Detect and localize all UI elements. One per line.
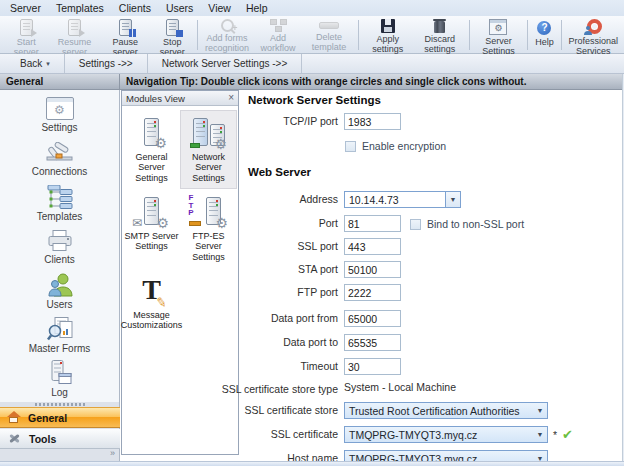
pause-server-icon bbox=[119, 19, 132, 36]
add-workflow-button: Add workflow bbox=[253, 17, 303, 53]
menu-templates[interactable]: Templates bbox=[56, 2, 104, 14]
breadcrumb-settings[interactable]: Settings ->> bbox=[65, 54, 148, 73]
ssl-port-input[interactable] bbox=[344, 238, 401, 255]
chevron-down-icon: ▼ bbox=[533, 403, 547, 418]
ssl-store-value: Trusted Root Certification Authorities bbox=[349, 405, 520, 417]
professional-services-button[interactable]: Professional Services bbox=[564, 17, 622, 53]
sidebar-item-clients[interactable]: Clients bbox=[0, 225, 119, 269]
ssl-certificate-label: SSL certificate bbox=[212, 428, 338, 440]
sidebar-footer: General Tools » bbox=[0, 402, 120, 461]
breadcrumb-label: Back bbox=[20, 58, 42, 69]
ssl-store-combobox[interactable]: Trusted Root Certification Authorities ▼ bbox=[344, 402, 548, 419]
toolbar-button-label: Add forms recognition bbox=[205, 34, 249, 54]
sidebar-item-connections[interactable]: Connections bbox=[0, 137, 119, 181]
master-forms-documents-magnifier-icon bbox=[46, 317, 74, 341]
address-value: 10.14.4.73 bbox=[349, 194, 399, 206]
breadcrumb: Back ▾ Settings ->> Network Server Setti… bbox=[0, 54, 624, 74]
menu-server[interactable]: Server bbox=[10, 2, 41, 14]
address-combobox[interactable]: 10.14.4.73 ▼ bbox=[344, 191, 461, 208]
nav-group-tools-button[interactable]: Tools bbox=[0, 429, 120, 449]
toolbar-button-label: Add workflow bbox=[257, 34, 299, 54]
sta-port-label: STA port bbox=[212, 263, 338, 275]
ssl-port-row: SSL port bbox=[240, 238, 622, 256]
sidebar-item-users[interactable]: Users bbox=[0, 269, 119, 313]
menu-help[interactable]: Help bbox=[246, 2, 268, 14]
nav-group-label: General bbox=[28, 412, 67, 424]
sidebar-item-label: Clients bbox=[44, 254, 75, 265]
sidebar-item-templates[interactable]: Templates bbox=[0, 181, 119, 225]
home-icon bbox=[7, 411, 21, 424]
modules-view-title: Modules View bbox=[126, 93, 185, 104]
module-message-customizations[interactable]: T ✎ Message Customizations bbox=[124, 269, 179, 336]
splitter-grip[interactable] bbox=[35, 403, 85, 406]
overflow-chevron-icon[interactable]: » bbox=[110, 449, 115, 458]
start-server-icon bbox=[20, 19, 33, 36]
tcpip-port-row: TCP/IP port bbox=[240, 113, 622, 131]
window-gear-icon: ⚙ bbox=[489, 19, 507, 35]
address-label: Address bbox=[212, 193, 338, 205]
sidebar-item-log[interactable]: Log bbox=[0, 357, 119, 401]
breadcrumb-back[interactable]: Back ▾ bbox=[6, 54, 65, 73]
close-icon[interactable]: × bbox=[228, 93, 234, 103]
stop-server-icon bbox=[166, 19, 179, 36]
module-smtp-server-settings[interactable]: ✉ ⚙ SMTP Server Settings bbox=[124, 190, 179, 267]
toolbar-button-label: Help bbox=[535, 38, 554, 48]
sidebar-item-settings[interactable]: ⚙ Settings bbox=[0, 93, 119, 137]
pause-server-button[interactable]: Pause server bbox=[100, 17, 150, 53]
menu-users[interactable]: Users bbox=[166, 2, 193, 14]
sidebar: ⚙ Settings Connections Templates bbox=[0, 90, 120, 402]
ssl-certificate-value: TMQPRG-TMYQT3.myq.cz bbox=[349, 429, 477, 441]
server-settings-button[interactable]: ⚙ Server Settings bbox=[472, 17, 524, 53]
pencil-icon: ✎ bbox=[155, 295, 168, 310]
stop-server-button[interactable]: Stop server bbox=[150, 17, 194, 53]
ssl-store-label: SSL certificate store bbox=[212, 404, 338, 416]
breadcrumb-label: Network Server Settings ->> bbox=[162, 58, 288, 69]
save-floppy-icon bbox=[381, 19, 395, 33]
enable-encryption-checkbox[interactable] bbox=[345, 141, 356, 152]
sidebar-item-label: Log bbox=[51, 387, 68, 398]
breadcrumb-network-server-settings[interactable]: Network Server Settings ->> bbox=[148, 54, 303, 73]
address-row: Address 10.14.4.73 ▼ bbox=[240, 191, 622, 209]
toolbar-button-label: Apply settings bbox=[366, 35, 410, 55]
port-input[interactable] bbox=[344, 215, 401, 232]
data-port-from-row: Data port from bbox=[240, 310, 622, 328]
data-port-from-input[interactable] bbox=[344, 310, 401, 327]
data-port-to-input[interactable] bbox=[344, 334, 401, 351]
sta-port-input[interactable] bbox=[344, 261, 401, 278]
ssl-store-type-label: SSL certificate store type bbox=[212, 383, 338, 395]
nav-group-general-button[interactable]: General bbox=[0, 407, 120, 428]
menu-clients[interactable]: Clients bbox=[119, 2, 151, 14]
sidebar-item-master-forms[interactable]: Master Forms bbox=[0, 313, 119, 357]
timeout-input[interactable] bbox=[344, 358, 401, 375]
toolbar-separator bbox=[527, 20, 528, 50]
port-label: Port bbox=[212, 217, 338, 229]
modules-view-titlebar: Modules View × bbox=[122, 91, 238, 106]
module-label: General Server Settings bbox=[124, 152, 179, 183]
tcpip-port-input[interactable] bbox=[344, 113, 401, 130]
resume-server-icon bbox=[68, 19, 81, 36]
sidebar-header-label: General bbox=[6, 76, 43, 87]
apply-settings-button[interactable]: Apply settings bbox=[362, 17, 414, 53]
section-title-network-server-settings: Network Server Settings bbox=[248, 94, 381, 106]
users-people-icon bbox=[47, 273, 73, 297]
menu-view[interactable]: View bbox=[208, 2, 231, 14]
toolbar-button-label: Discard settings bbox=[418, 35, 462, 55]
toolbar-separator bbox=[561, 20, 562, 50]
navigation-tip-text: Navigation Tip: Double click icons with … bbox=[126, 76, 526, 87]
add-workflow-icon bbox=[270, 19, 287, 32]
toolbar-button-label: Delete template bbox=[307, 33, 351, 53]
bind-non-ssl-label: Bind to non-SSL port bbox=[427, 218, 524, 230]
tools-icon bbox=[7, 432, 22, 445]
discard-settings-button[interactable]: Discard settings bbox=[414, 17, 466, 53]
module-general-server-settings[interactable]: ⚙ General Server Settings bbox=[124, 111, 179, 188]
chevron-down-icon: ▾ bbox=[46, 60, 50, 68]
toolbar-separator bbox=[197, 20, 198, 50]
ssl-certificate-combobox[interactable]: TMQPRG-TMYQT3.myq.cz ▼ bbox=[344, 426, 548, 443]
ftp-port-input[interactable] bbox=[344, 284, 401, 301]
sidebar-item-label: Master Forms bbox=[29, 343, 91, 354]
bind-non-ssl-checkbox[interactable] bbox=[410, 219, 421, 230]
tcpip-port-label: TCP/IP port bbox=[212, 115, 338, 127]
window-bottom-edge bbox=[0, 461, 624, 466]
help-button[interactable]: ? Help bbox=[531, 17, 558, 53]
ssl-store-type-value: System - Local Machine bbox=[344, 381, 456, 393]
